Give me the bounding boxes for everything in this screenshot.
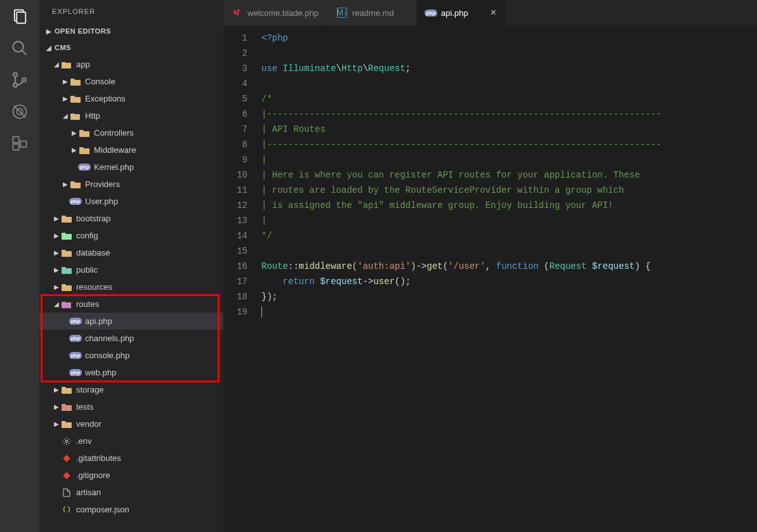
- tree-item-label: Providers: [85, 179, 120, 189]
- code-line: /*: [261, 91, 757, 107]
- tab-label: welcome.blade.php: [247, 8, 319, 18]
- tree-item-label: resources: [76, 282, 112, 292]
- code-line: [261, 76, 757, 91]
- tree-folder[interactable]: ◢app: [39, 56, 223, 73]
- tree-file[interactable]: ▶phpUser.php: [39, 193, 223, 210]
- code-line: [261, 243, 757, 259]
- tree-file[interactable]: ▶.gitattributes: [39, 450, 223, 467]
- svg-point-13: [65, 440, 68, 443]
- line-number: 13: [223, 213, 247, 228]
- code-line: |: [261, 152, 757, 167]
- source-control-icon[interactable]: [11, 71, 29, 89]
- line-number: 9: [223, 152, 247, 167]
- laravel-icon: [232, 8, 242, 18]
- tree-file[interactable]: ▶composer.json: [39, 501, 223, 518]
- php-icon: php: [70, 350, 81, 361]
- editor-tabs: welcome.blade.phpM↓readme.mdphpapi.php×: [223, 0, 757, 25]
- close-icon[interactable]: ×: [490, 8, 496, 18]
- tree-folder[interactable]: ▶tests: [39, 398, 223, 415]
- tree-file[interactable]: ▶.env: [39, 432, 223, 450]
- line-number: 19: [223, 304, 247, 320]
- chevron-right-icon: ▶: [52, 266, 61, 273]
- php-icon: php: [70, 196, 81, 207]
- editor-tab[interactable]: phpapi.php×: [417, 0, 506, 25]
- code-line: [261, 304, 757, 320]
- tree-file[interactable]: ▶phpKernel.php: [39, 159, 223, 176]
- editor-tab[interactable]: M↓readme.md: [328, 0, 417, 25]
- code-line: use Illuminate\Http\Request;: [261, 61, 757, 76]
- tree-item-label: routes: [76, 299, 99, 309]
- tree-folder[interactable]: ▶Middleware: [39, 141, 223, 159]
- code-line: |---------------------------------------…: [261, 137, 757, 152]
- explorer-icon[interactable]: [11, 8, 29, 25]
- tree-item-label: Exceptions: [85, 94, 126, 103]
- code-line: | is assigned the "api" middleware group…: [261, 198, 757, 213]
- tree-folder[interactable]: ▶config: [39, 227, 223, 244]
- tree-file[interactable]: ▶phpweb.php: [39, 364, 223, 381]
- editor-tab[interactable]: welcome.blade.php: [223, 0, 328, 25]
- search-icon[interactable]: [11, 39, 29, 57]
- line-number: 18: [223, 289, 247, 304]
- code-editor[interactable]: 12345678910111213141516171819 <?php use …: [223, 25, 757, 532]
- tab-label: api.php: [441, 8, 468, 18]
- tree-file[interactable]: ▶phpconsole.php: [39, 347, 223, 364]
- tree-folder[interactable]: ▶public: [39, 261, 223, 278]
- svg-point-6: [22, 78, 26, 82]
- folder-icon: [61, 401, 72, 413]
- folder-open-icon: [61, 299, 72, 310]
- tree-folder[interactable]: ◢routes: [39, 295, 223, 313]
- tree-file[interactable]: ▶.gitignore: [39, 467, 223, 484]
- tree-item-label: Http: [85, 111, 100, 120]
- file-icon: [61, 487, 72, 498]
- line-number: 7: [223, 122, 247, 137]
- tree-folder[interactable]: ▶bootstrap: [39, 210, 223, 227]
- folder-icon: [70, 76, 81, 88]
- svg-line-3: [22, 51, 27, 55]
- line-number: 10: [223, 167, 247, 183]
- chevron-right-icon: ▶: [70, 129, 79, 136]
- editor-area: welcome.blade.phpM↓readme.mdphpapi.php× …: [223, 0, 757, 532]
- tree-folder[interactable]: ▶vendor: [39, 415, 223, 432]
- tree-item-label: User.php: [85, 197, 118, 206]
- tree-folder[interactable]: ◢Http: [39, 107, 223, 124]
- folder-icon: [61, 230, 72, 242]
- tree-folder[interactable]: ▶Exceptions: [39, 90, 223, 107]
- tree-folder[interactable]: ▶resources: [39, 278, 223, 295]
- php-icon: php: [426, 8, 436, 18]
- tree-item-label: bootstrap: [76, 214, 110, 223]
- chevron-right-icon: ▶: [61, 181, 70, 188]
- extensions-icon[interactable]: [11, 134, 29, 152]
- tree-item-label: config: [76, 231, 98, 240]
- tree-item-label: public: [76, 265, 98, 275]
- tree-folder[interactable]: ▶database: [39, 244, 223, 261]
- folder-icon: [61, 264, 72, 276]
- tree-item-label: Controllers: [94, 128, 134, 138]
- line-number: 14: [223, 228, 247, 243]
- project-section[interactable]: ◢ CMS: [39, 39, 223, 56]
- tree-file[interactable]: ▶artisan: [39, 484, 223, 501]
- php-icon: php: [70, 316, 81, 327]
- tree-folder[interactable]: ▶Providers: [39, 176, 223, 193]
- tree-folder[interactable]: ▶Controllers: [39, 124, 223, 141]
- tree-file[interactable]: ▶phpapi.php: [39, 313, 223, 330]
- php-icon: php: [70, 333, 81, 344]
- code-line: | routes are loaded by the RouteServiceP…: [261, 183, 757, 198]
- svg-rect-10: [13, 137, 19, 143]
- open-editors-section[interactable]: ▶ OPEN EDITORS: [39, 23, 223, 39]
- code-content[interactable]: <?php use Illuminate\Http\Request; /*|--…: [261, 30, 757, 532]
- line-number: 11: [223, 183, 247, 198]
- tree-item-label: .env: [76, 436, 92, 446]
- json-icon: [61, 504, 72, 516]
- tree-folder[interactable]: ▶Console: [39, 73, 223, 90]
- tree-item-label: .gitattributes: [76, 453, 121, 463]
- debug-icon[interactable]: [11, 103, 29, 120]
- tree-item-label: database: [76, 248, 110, 257]
- svg-rect-12: [20, 141, 26, 147]
- folder-icon: [61, 247, 72, 259]
- tree-file[interactable]: ▶phpchannels.php: [39, 330, 223, 347]
- tree-folder[interactable]: ▶storage: [39, 381, 223, 398]
- folder-icon: [61, 384, 72, 396]
- tree-item-label: channels.php: [85, 334, 134, 343]
- php-icon: php: [79, 162, 90, 173]
- folder-icon: [61, 418, 72, 430]
